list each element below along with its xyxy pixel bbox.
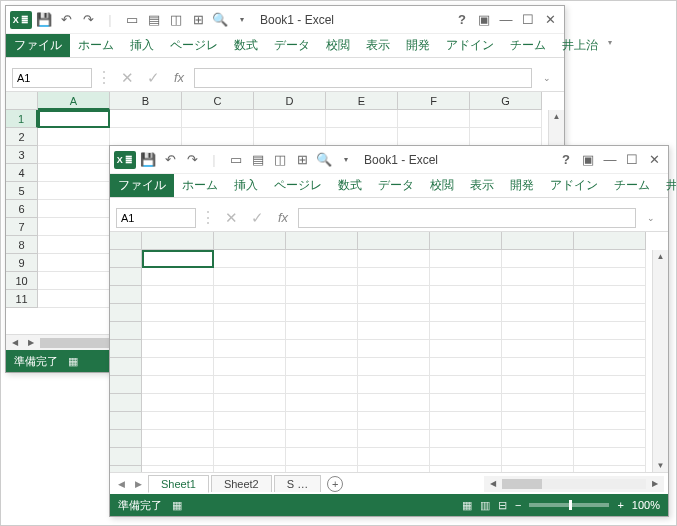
column-header[interactable]: B xyxy=(110,92,182,110)
cell[interactable] xyxy=(286,268,358,286)
tab-review[interactable]: 校閲 xyxy=(422,174,462,197)
cell[interactable] xyxy=(502,412,574,430)
cell[interactable] xyxy=(574,394,646,412)
column-header[interactable]: C xyxy=(182,92,254,110)
horizontal-scrollbar[interactable]: ◀ ▶ xyxy=(484,476,664,492)
cell[interactable] xyxy=(574,430,646,448)
cell[interactable] xyxy=(430,358,502,376)
tab-view[interactable]: 表示 xyxy=(358,34,398,57)
cancel-icon[interactable]: ✕ xyxy=(220,207,242,229)
cell[interactable] xyxy=(574,376,646,394)
cell[interactable] xyxy=(110,128,182,146)
cell[interactable] xyxy=(574,358,646,376)
cell[interactable] xyxy=(286,304,358,322)
cell[interactable] xyxy=(214,304,286,322)
sheet-nav-last-icon[interactable]: ▶ xyxy=(131,479,146,489)
cell[interactable] xyxy=(38,182,110,200)
help-icon[interactable]: ? xyxy=(452,10,472,30)
cell[interactable] xyxy=(502,394,574,412)
fx-icon[interactable]: fx xyxy=(272,207,294,229)
cell[interactable] xyxy=(214,250,286,268)
tab-developer[interactable]: 開発 xyxy=(502,174,542,197)
cell[interactable] xyxy=(502,358,574,376)
cell[interactable] xyxy=(470,128,542,146)
macro-record-icon[interactable]: ▦ xyxy=(68,355,78,368)
row-header[interactable]: 3 xyxy=(6,146,38,164)
cell[interactable] xyxy=(574,286,646,304)
zoom-in-icon[interactable]: + xyxy=(617,499,623,511)
zoom-slider[interactable] xyxy=(529,503,609,507)
ribbon-options-icon[interactable]: ▣ xyxy=(474,10,494,30)
cell[interactable] xyxy=(430,466,502,472)
print-preview-icon[interactable]: 🔍 xyxy=(314,150,334,170)
close-icon[interactable]: ✕ xyxy=(644,150,664,170)
cell[interactable] xyxy=(574,466,646,472)
cell[interactable] xyxy=(430,430,502,448)
cell[interactable] xyxy=(254,128,326,146)
cell[interactable] xyxy=(398,110,470,128)
column-header[interactable]: G xyxy=(470,92,542,110)
zoom-out-icon[interactable]: − xyxy=(515,499,521,511)
sheet-tab[interactable]: Sheet2 xyxy=(211,475,272,492)
cell[interactable] xyxy=(142,466,214,472)
column-header[interactable] xyxy=(358,232,430,250)
cell[interactable] xyxy=(358,322,430,340)
cell[interactable] xyxy=(574,322,646,340)
select-all-corner[interactable] xyxy=(110,232,142,250)
cell[interactable] xyxy=(326,110,398,128)
enter-icon[interactable]: ✓ xyxy=(246,207,268,229)
cell[interactable] xyxy=(430,340,502,358)
cell[interactable] xyxy=(38,272,110,290)
cell[interactable] xyxy=(286,448,358,466)
column-header[interactable]: A xyxy=(38,92,110,110)
tab-data[interactable]: データ xyxy=(266,34,318,57)
qat-icon-2[interactable]: ▤ xyxy=(144,10,164,30)
cell[interactable] xyxy=(142,250,214,268)
cell[interactable] xyxy=(38,254,110,272)
cell[interactable] xyxy=(502,376,574,394)
row-header[interactable]: 6 xyxy=(6,200,38,218)
cell[interactable] xyxy=(142,430,214,448)
cell[interactable] xyxy=(398,128,470,146)
cell[interactable] xyxy=(214,430,286,448)
cell[interactable] xyxy=(358,448,430,466)
qat-icon-2[interactable]: ▤ xyxy=(248,150,268,170)
tab-pagelayout[interactable]: ページレ xyxy=(266,174,330,197)
tab-insert[interactable]: 挿入 xyxy=(226,174,266,197)
cell[interactable] xyxy=(358,376,430,394)
maximize-icon[interactable]: ☐ xyxy=(518,10,538,30)
qat-dropdown-icon[interactable]: ▾ xyxy=(232,10,252,30)
cell[interactable] xyxy=(502,286,574,304)
qat-dropdown-icon[interactable]: ▾ xyxy=(336,150,356,170)
cell[interactable] xyxy=(38,236,110,254)
cell[interactable] xyxy=(502,448,574,466)
close-icon[interactable]: ✕ xyxy=(540,10,560,30)
cell[interactable] xyxy=(574,448,646,466)
row-header[interactable] xyxy=(110,430,142,448)
tab-data[interactable]: データ xyxy=(370,174,422,197)
cell[interactable] xyxy=(502,268,574,286)
tab-user[interactable]: 井上治 xyxy=(554,34,606,57)
qat-icon-1[interactable]: ▭ xyxy=(226,150,246,170)
row-header[interactable] xyxy=(110,286,142,304)
vertical-scrollbar[interactable]: ▲ ▼ xyxy=(652,250,668,472)
cell[interactable] xyxy=(38,200,110,218)
cell[interactable] xyxy=(142,448,214,466)
cell[interactable] xyxy=(142,394,214,412)
column-header[interactable]: E xyxy=(326,92,398,110)
cell[interactable] xyxy=(358,394,430,412)
sheet-nav-first-icon[interactable]: ◀ xyxy=(114,479,129,489)
cell[interactable] xyxy=(286,412,358,430)
cell[interactable] xyxy=(286,466,358,472)
cell[interactable] xyxy=(286,394,358,412)
cell[interactable] xyxy=(214,340,286,358)
tab-user[interactable]: 井上治 xyxy=(658,174,677,197)
cell[interactable] xyxy=(574,340,646,358)
qat-icon-3[interactable]: ◫ xyxy=(166,10,186,30)
row-header[interactable] xyxy=(110,250,142,268)
cell[interactable] xyxy=(182,128,254,146)
row-header[interactable] xyxy=(110,394,142,412)
cell[interactable] xyxy=(38,110,110,128)
tab-home[interactable]: ホーム xyxy=(174,174,226,197)
cell[interactable] xyxy=(430,286,502,304)
